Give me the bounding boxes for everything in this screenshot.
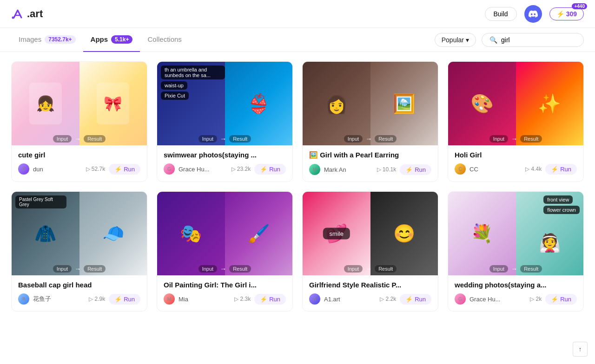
sort-label: Popular: [442, 36, 464, 44]
run-button[interactable]: ⚡ Run: [254, 294, 286, 305]
tab-collections[interactable]: Collections: [140, 28, 189, 52]
run-icon: ⚡: [114, 296, 122, 303]
card-info-swimwear: swimwear photos(staying ... G Grace Hu..…: [157, 145, 292, 181]
card-meta: 魚 花鱼子 ▷ 2.9k ⚡ Run: [18, 293, 140, 305]
play-icon: ▷: [530, 296, 534, 302]
lightning-button[interactable]: +440 ⚡ 309: [549, 7, 584, 20]
author-name: Grace Hu...: [469, 296, 526, 303]
run-icon: ⚡: [405, 166, 413, 173]
header: .art Build +440 ⚡ 309: [0, 0, 595, 28]
card-image-baseball: Pastel Grey Soft Grey 🧥 🧢 Input → Result: [12, 192, 147, 275]
apps-grid: 👧 🎀 Input → Result cute girl: [11, 61, 584, 312]
run-button[interactable]: ⚡ Run: [400, 294, 431, 305]
author-name: A1.art: [324, 296, 376, 303]
build-button[interactable]: Build: [485, 7, 517, 21]
play-icon: ▷: [525, 166, 529, 172]
card-oil[interactable]: 🎭 🖌️ Input → Result Oil Painting Girl: T…: [157, 191, 293, 312]
author-name: Mark An: [324, 166, 373, 173]
avatar-cc: C: [455, 163, 466, 175]
card-labels-gf: Input → Result: [303, 265, 438, 273]
card-labels-baseball: Input → Result: [12, 265, 147, 273]
discord-button[interactable]: [524, 5, 542, 23]
nav-tabs: Images 7352.7k+ Apps 5.1k+ Collections P…: [0, 28, 595, 52]
card-title: Holi Girl: [455, 151, 577, 159]
logo-icon: [11, 7, 24, 20]
card-image-girlfriend: 💕 smile 😊 Input → Result: [303, 192, 438, 275]
tab-apps[interactable]: Apps 5.1k+: [83, 28, 140, 52]
card-girlfriend[interactable]: 💕 smile 😊 Input → Result Girlfriend Styl…: [302, 191, 438, 312]
card-swimwear[interactable]: th an umbrella and sunbeds on the sa... …: [157, 61, 293, 182]
author-name: Mia: [178, 296, 231, 303]
author-name: CC: [469, 166, 522, 173]
run-icon: ⚡: [114, 166, 122, 173]
card-cute-girl[interactable]: 👧 🎀 Input → Result cute girl: [11, 61, 147, 182]
card-title: cute girl: [18, 151, 140, 159]
logo-text: .art: [27, 8, 43, 20]
card-title: Girlfriend Style Realistic P...: [309, 281, 431, 289]
run-button[interactable]: ⚡ Run: [400, 164, 431, 175]
card-info-holi: Holi Girl C CC ▷ 4.4k ⚡ Run: [448, 145, 583, 181]
run-icon: ⚡: [551, 166, 558, 173]
run-button[interactable]: ⚡ Run: [109, 294, 140, 305]
play-icon: ▷: [89, 296, 93, 302]
card-image-oil: 🎭 🖌️ Input → Result: [157, 192, 292, 275]
logo[interactable]: .art: [11, 7, 43, 20]
run-icon: ⚡: [260, 166, 267, 173]
avatar-gracehu: G: [455, 293, 466, 305]
run-button[interactable]: ⚡ Run: [545, 294, 577, 305]
tab-images-badge: 7352.7k+: [45, 35, 75, 44]
tab-apps-label: Apps: [91, 35, 108, 43]
card-holi[interactable]: 🎨 ✨ Input → Result Holi Girl C CC: [448, 61, 584, 182]
play-icon: ▷: [234, 296, 238, 302]
lightning-count: 309: [566, 10, 577, 18]
avatar-mia: M: [164, 293, 175, 305]
card-meta: D dun ▷ 52.7k ⚡ Run: [18, 163, 140, 175]
arrow-icon: →: [74, 135, 81, 143]
sort-dropdown[interactable]: Popular ▾: [435, 33, 476, 47]
tab-collections-label: Collections: [147, 35, 181, 43]
card-baseball[interactable]: Pastel Grey Soft Grey 🧥 🧢 Input → Result…: [11, 191, 147, 312]
search-box: 🔍: [482, 33, 584, 47]
card-info-wedding: wedding photos(staying a... G Grace Hu..…: [448, 275, 583, 311]
run-button[interactable]: ⚡ Run: [109, 164, 140, 175]
card-meta: G Grace Hu... ▷ 23.2k ⚡ Run: [164, 163, 286, 175]
card-meta: C CC ▷ 4.4k ⚡ Run: [455, 163, 577, 175]
card-info-baseball: Baseball cap girl head 魚 花鱼子 ▷ 2.9k ⚡ Ru…: [12, 275, 147, 311]
card-wedding[interactable]: 💐 front view flower crown 👰 Input → Resu…: [448, 191, 584, 312]
smile-badge: smile: [323, 228, 350, 240]
card-title: Oil Painting Girl: The Girl i...: [164, 281, 286, 289]
run-button[interactable]: ⚡ Run: [545, 164, 577, 175]
card-title: 🖼️ Girl with a Pearl Earring: [309, 151, 431, 159]
run-count: ▷ 2k: [530, 296, 542, 302]
run-button[interactable]: ⚡ Run: [254, 164, 286, 175]
prompt-tags-swimwear: th an umbrella and sunbeds on the sa... …: [161, 65, 225, 100]
svg-point-0: [12, 16, 14, 19]
pastel-badge: Pastel Grey Soft Grey: [15, 195, 66, 208]
card-pearl[interactable]: 👩 🖼️ Input → Result 🖼️ Girl with a Pearl…: [302, 61, 438, 182]
plus-badge: +440: [572, 3, 587, 9]
prompt-tag-2: waist-up: [161, 81, 187, 90]
author-name: 花鱼子: [33, 295, 85, 303]
avatar-fish: 魚: [18, 293, 29, 305]
input-label: Input: [53, 135, 72, 143]
scroll-icon: ↑: [579, 345, 582, 353]
scroll-to-top-button[interactable]: ↑: [573, 342, 588, 357]
card-labels-wedding: Input → Result: [448, 265, 583, 273]
top-right-tags-wedding: front view flower crown: [543, 195, 580, 214]
search-icon: 🔍: [489, 36, 497, 44]
card-meta: A A1.art ▷ 2.2k ⚡ Run: [309, 293, 431, 305]
front-view-tag: front view: [543, 195, 573, 204]
card-labels-cute-girl: Input → Result: [12, 135, 147, 143]
tab-images-label: Images: [19, 35, 41, 43]
search-input[interactable]: [501, 36, 575, 44]
card-labels-oil: Input → Result: [157, 265, 292, 273]
tab-images[interactable]: Images 7352.7k+: [11, 28, 83, 52]
author-name: Grace Hu...: [178, 166, 228, 173]
run-icon: ⚡: [260, 296, 267, 303]
discord-icon: [529, 9, 538, 19]
avatar-grace: G: [164, 163, 175, 175]
run-count: ▷ 52.7k: [86, 166, 105, 172]
run-count: ▷ 4.4k: [525, 166, 542, 172]
card-meta: M Mark An ▷ 10.1k ⚡ Run: [309, 164, 431, 175]
card-image-holi: 🎨 ✨ Input → Result: [448, 62, 583, 145]
